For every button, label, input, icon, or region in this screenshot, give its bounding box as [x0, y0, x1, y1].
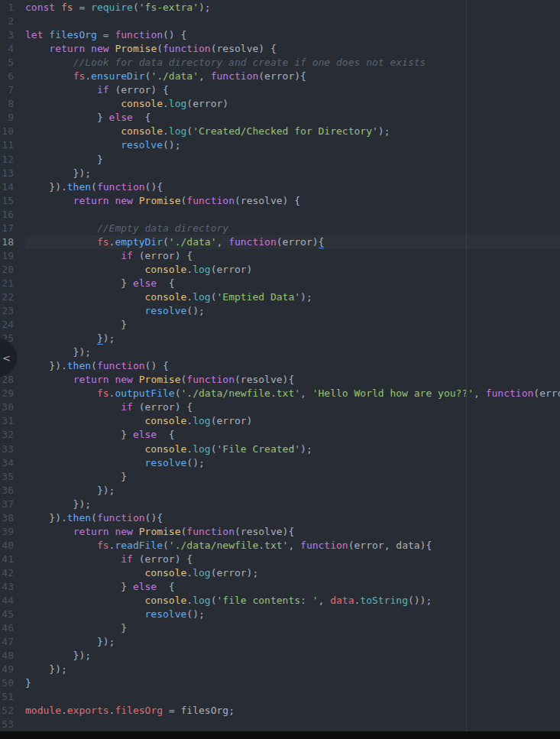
line-number[interactable]: 14 [0, 180, 25, 194]
code-text[interactable]: fs.ensureDir('./data', function(error){ [25, 70, 560, 83]
code-line[interactable]: 39 return new Promise(function(resolve){ [0, 525, 560, 539]
code-text[interactable] [25, 718, 560, 731]
code-text[interactable]: } [25, 470, 560, 484]
code-text[interactable]: console.log(error) [25, 97, 560, 111]
code-line[interactable]: 51 [0, 690, 560, 704]
code-text[interactable]: }).then(function() { [25, 359, 560, 373]
line-number[interactable]: 6 [0, 70, 25, 83]
line-number[interactable]: 43 [0, 580, 25, 594]
line-number[interactable]: 51 [0, 690, 25, 704]
code-line[interactable]: 21 } else { [0, 277, 560, 290]
code-text[interactable]: console.log(error); [25, 566, 560, 580]
line-number[interactable]: 8 [0, 97, 25, 111]
code-text[interactable]: } else { [25, 428, 560, 442]
line-number[interactable]: 52 [0, 704, 25, 718]
code-text[interactable]: }); [25, 167, 560, 180]
line-number[interactable]: 50 [0, 676, 25, 690]
line-number[interactable]: 41 [0, 553, 25, 566]
code-line[interactable]: 10 console.log('Created/Checked for Dire… [0, 125, 560, 138]
code-line[interactable]: 14 }).then(function(){ [0, 180, 560, 194]
line-number[interactable]: 7 [0, 83, 25, 97]
line-number[interactable]: 5 [0, 56, 25, 70]
code-text[interactable] [25, 15, 560, 28]
code-text[interactable]: } else { [25, 580, 560, 594]
code-text[interactable]: fs.readFile('./data/newfile.txt', functi… [25, 539, 560, 553]
line-number[interactable]: 10 [0, 125, 25, 138]
code-line[interactable]: 18 fs.emptyDir('./data', function(error)… [0, 235, 560, 249]
line-number[interactable]: 20 [0, 263, 25, 277]
code-text[interactable]: resolve(); [25, 456, 560, 470]
code-line[interactable]: 5 //Look for data directory and create i… [0, 56, 560, 70]
code-line[interactable]: 9 } else { [0, 111, 560, 125]
code-line[interactable]: 7 if (error) { [0, 83, 560, 97]
code-line[interactable]: 35 } [0, 470, 560, 484]
code-line[interactable]: 36 }); [0, 484, 560, 498]
line-number[interactable]: 23 [0, 304, 25, 318]
code-line[interactable]: 40 fs.readFile('./data/newfile.txt', fun… [0, 539, 560, 553]
code-text[interactable]: if (error) { [25, 249, 560, 263]
line-number[interactable]: 46 [0, 621, 25, 635]
code-text[interactable]: module.exports.filesOrg = filesOrg; [25, 704, 560, 718]
code-line[interactable]: 17 //Empty data directory [0, 222, 560, 235]
code-line[interactable]: 32 } else { [0, 428, 560, 442]
code-text[interactable]: //Look for data directory and create if … [25, 56, 560, 70]
code-text[interactable]: console.log(error) [25, 263, 560, 277]
line-number[interactable]: 35 [0, 470, 25, 484]
code-line[interactable]: 52module.exports.filesOrg = filesOrg; [0, 704, 560, 718]
code-line[interactable]: 33 console.log('File Created'); [0, 442, 560, 456]
code-text[interactable]: console.log('Created/Checked for Directo… [25, 125, 560, 138]
code-text[interactable]: } else { [25, 277, 560, 290]
code-text[interactable]: }); [25, 635, 560, 649]
line-number[interactable]: 29 [0, 387, 25, 400]
line-number[interactable]: 48 [0, 649, 25, 663]
code-text[interactable] [25, 690, 560, 704]
line-number[interactable]: 3 [0, 28, 25, 42]
code-line[interactable]: 46 } [0, 621, 560, 635]
line-number[interactable]: 9 [0, 111, 25, 125]
code-line[interactable]: 8 console.log(error) [0, 97, 560, 111]
line-number[interactable]: 1 [0, 1, 25, 15]
code-text[interactable]: }); [25, 663, 560, 676]
line-number[interactable]: 39 [0, 525, 25, 539]
code-line[interactable]: 6 fs.ensureDir('./data', function(error)… [0, 70, 560, 83]
code-line[interactable]: 28 return new Promise(function(resolve){ [0, 373, 560, 387]
line-number[interactable]: 42 [0, 566, 25, 580]
line-number[interactable]: 15 [0, 194, 25, 208]
line-number[interactable]: 17 [0, 222, 25, 235]
code-line[interactable]: 24 } [0, 318, 560, 332]
code-line[interactable]: 2 [0, 15, 560, 28]
code-text[interactable]: }); [25, 332, 560, 345]
line-number[interactable]: 13 [0, 167, 25, 180]
code-line[interactable]: 3let filesOrg = function() { [0, 28, 560, 42]
code-line[interactable]: 26 }); [0, 345, 560, 359]
code-text[interactable]: resolve(); [25, 304, 560, 318]
line-number[interactable]: 45 [0, 608, 25, 621]
code-line[interactable]: 45 resolve(); [0, 608, 560, 621]
code-line[interactable]: 49 }); [0, 663, 560, 676]
line-number[interactable]: 44 [0, 594, 25, 608]
code-line[interactable]: 22 console.log('Emptied Data'); [0, 290, 560, 304]
code-line[interactable]: 20 console.log(error) [0, 263, 560, 277]
code-text[interactable]: } [25, 153, 560, 167]
code-text[interactable]: //Empty data directory [25, 222, 560, 235]
code-text[interactable] [25, 208, 560, 222]
code-line[interactable]: 1const fs = require('fs-extra'); [0, 1, 560, 15]
code-text[interactable]: fs.outputFile('./data/newfile.txt', 'Hel… [25, 387, 560, 400]
code-text[interactable]: } else { [25, 111, 560, 125]
line-number[interactable]: 2 [0, 15, 25, 28]
code-text[interactable]: } [25, 621, 560, 635]
code-line[interactable]: 12 } [0, 153, 560, 167]
line-number[interactable]: 33 [0, 442, 25, 456]
line-number[interactable]: 53 [0, 718, 25, 731]
code-line[interactable]: 15 return new Promise(function(resolve) … [0, 194, 560, 208]
code-text[interactable]: }).then(function(){ [25, 180, 560, 194]
code-text[interactable]: return new Promise(function(resolve){ [25, 373, 560, 387]
code-line[interactable]: 19 if (error) { [0, 249, 560, 263]
code-line[interactable]: 47 }); [0, 635, 560, 649]
line-number[interactable]: 31 [0, 414, 25, 428]
line-number[interactable]: 22 [0, 290, 25, 304]
code-line[interactable]: 53 [0, 718, 560, 731]
code-line[interactable]: 48 }); [0, 649, 560, 663]
line-number[interactable]: 11 [0, 138, 25, 152]
line-number[interactable]: 38 [0, 511, 25, 525]
